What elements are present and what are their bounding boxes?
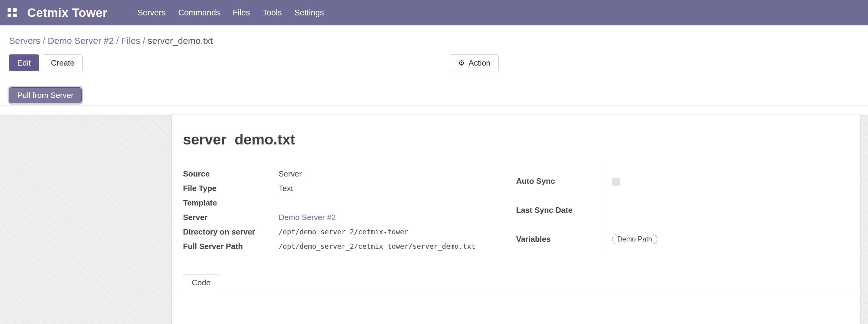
field-label-server: Server [183,210,279,225]
notebook: Code [183,274,861,324]
field-label-full-server-path: Full Server Path [183,239,279,254]
apps-menu-icon-dot [13,13,17,17]
pull-from-server-button[interactable]: Pull from Server [9,87,82,103]
field-label-file-type: File Type [183,181,279,196]
variable-tag-demo-path: Demo Path [612,234,657,244]
navbar-menu-servers[interactable]: Servers [131,0,172,25]
field-row-variables: VariablesDemo Path [516,225,849,254]
apps-menu-icon[interactable] [7,8,17,18]
left-field-group: SourceServerFile TypeTextTemplateServerD… [183,166,516,254]
code-tab-content [183,291,861,324]
field-value-source: Server [279,166,516,181]
field-link-server[interactable]: Demo Server #2 [279,213,336,222]
form-sheet: server_demo.txt SourceServerFile TypeTex… [172,115,861,324]
control-panel: Edit Create ⚙ Action [0,48,868,77]
field-row-source: SourceServer [183,166,516,181]
gear-icon: ⚙ [458,59,465,67]
field-value-file-type: Text [279,181,516,196]
field-value-template [279,196,516,210]
app-brand-title[interactable]: Cetmix Tower [27,6,107,20]
content-background: server_demo.txt SourceServerFile TypeTex… [0,115,868,324]
auto-sync-checkbox[interactable] [612,178,620,186]
breadcrumb-separator: / [114,36,121,46]
breadcrumb-item-server-demo-txt: server_demo.txt [148,36,213,46]
tab-code[interactable]: Code [183,274,219,291]
field-row-file-type: File TypeText [183,181,516,196]
navbar-menu-tools[interactable]: Tools [256,0,288,25]
breadcrumb-separator: / [40,36,48,46]
field-value-variables: Demo Path [607,225,849,254]
breadcrumb-item-files[interactable]: Files [121,36,140,46]
field-label-auto-sync: Auto Sync [516,166,607,196]
form-header-strip: Pull from Server [0,77,868,105]
action-menu-button[interactable]: ⚙ Action [450,55,499,71]
edit-button[interactable]: Edit [9,55,39,71]
field-row-auto-sync: Auto Sync [516,166,849,196]
record-title: server_demo.txt [183,131,849,149]
create-button[interactable]: Create [43,55,83,71]
navbar-menu-commands[interactable]: Commands [172,0,226,25]
navbar-menu-files[interactable]: Files [226,0,256,25]
navbar-menu-settings[interactable]: Settings [288,0,330,25]
right-field-group: Auto SyncLast Sync DateVariablesDemo Pat… [516,166,849,254]
field-groups: SourceServerFile TypeTextTemplateServerD… [183,166,849,254]
apps-menu-icon-dot [7,8,11,12]
field-row-directory-on-server: Directory on server/opt/demo_server_2/ce… [183,225,516,239]
field-row-last-sync-date: Last Sync Date [516,196,849,225]
breadcrumb-item-servers[interactable]: Servers [9,36,40,46]
field-row-full-server-path: Full Server Path/opt/demo_server_2/cetmi… [183,239,516,254]
field-row-server: ServerDemo Server #2 [183,210,516,225]
breadcrumb: Servers/Demo Server #2/Files/server_demo… [0,25,868,48]
field-value-full-server-path: /opt/demo_server_2/cetmix-tower/server_d… [279,239,516,254]
tab-row: Code [183,274,861,291]
field-row-template: Template [183,196,516,210]
field-value-server: Demo Server #2 [279,210,516,225]
field-label-source: Source [183,166,279,181]
field-label-last-sync-date: Last Sync Date [516,196,607,225]
field-value-last-sync-date [607,196,849,225]
navbar-menu: ServersCommandsFilesToolsSettings [131,0,330,25]
top-navbar: Cetmix Tower ServersCommandsFilesToolsSe… [0,0,868,25]
field-value-directory-on-server: /opt/demo_server_2/cetmix-tower [279,225,516,239]
field-label-directory-on-server: Directory on server [183,225,279,239]
field-label-template: Template [183,196,279,210]
action-menu-label: Action [468,59,490,67]
breadcrumb-separator: / [140,36,148,46]
breadcrumb-item-demo-server-2[interactable]: Demo Server #2 [48,36,114,46]
apps-menu-icon-dot [13,8,17,12]
apps-menu-icon-dot [7,13,11,17]
field-label-variables: Variables [516,225,607,254]
field-value-auto-sync [607,166,849,196]
